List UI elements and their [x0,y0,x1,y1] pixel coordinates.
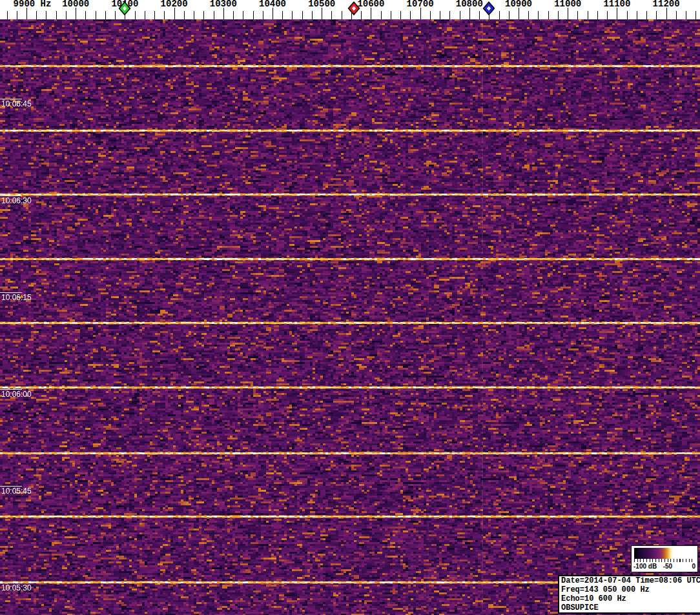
frequency-tick [85,11,86,19]
frequency-tick [96,11,96,19]
frequency-tick [519,8,519,19]
time-label: 10:05:30 [1,584,32,592]
frequency-tick [263,11,263,19]
frequency-tick [410,11,411,19]
frequency-tick-label: 10300 [210,0,237,8]
color-scale-labels: -100 dB -50 0 [633,562,696,570]
frequency-tick [115,11,116,19]
frequency-tick [440,11,440,19]
frequency-tick [361,11,362,19]
frequency-tick [292,11,293,19]
frequency-tick-label: 10800 [456,0,483,8]
spectrum-lab-waterfall-window: 9900 Hz100001010010200103001040010500106… [0,0,700,615]
frequency-tick [449,11,450,19]
blue-marker[interactable] [483,1,495,18]
frequency-tick [26,8,27,19]
frequency-tick [312,11,313,19]
frequency-tick [637,11,637,19]
frequency-tick [105,11,106,19]
frequency-tick [342,11,342,19]
frequency-tick [174,8,175,19]
info-echo: Echo=10 600 Hz [561,594,700,603]
frequency-tick [666,8,667,19]
frequency-tick [145,11,145,19]
frequency-ruler[interactable]: 9900 Hz100001010010200103001040010500106… [0,0,700,19]
color-scale-max-label: 0 [692,563,695,570]
time-label: 10:05:45 [1,487,32,496]
time-label: 10:06:15 [1,294,32,302]
frequency-tick [577,11,578,19]
frequency-tick [499,11,500,19]
frequency-tick [66,11,67,19]
frequency-tick [686,11,686,19]
time-label: 10:06:00 [1,390,32,399]
frequency-tick-label: 10900 [505,0,532,8]
frequency-tick [381,11,382,19]
frequency-tick [656,11,657,19]
frequency-tick [528,11,529,19]
frequency-tick-label: 11100 [603,0,630,8]
blue-marker-diamond-icon [483,1,495,15]
frequency-tick [460,11,460,19]
frequency-tick [46,11,46,19]
frequency-tick-label: 10700 [407,0,434,8]
frequency-tick [371,8,371,19]
frequency-tick [469,8,470,19]
frequency-tick-label: 11000 [554,0,581,8]
frequency-tick [17,11,17,19]
frequency-tick [56,11,57,19]
frequency-tick-label: 9900 Hz [14,0,52,8]
frequency-tick [322,8,322,19]
frequency-tick [607,11,608,19]
frequency-tick-label: 10200 [161,0,188,8]
green-marker[interactable] [119,1,131,18]
red-marker[interactable] [347,1,360,18]
frequency-tick [194,11,194,19]
frequency-tick [76,8,76,19]
frequency-tick [479,11,480,19]
frequency-tick [243,11,243,19]
frequency-tick [695,11,696,19]
frequency-tick [509,11,510,19]
frequency-tick [597,11,598,19]
frequency-tick [154,11,155,19]
color-scale-min-label: -100 dB [633,563,657,570]
frequency-tick [135,11,136,19]
frequency-tick [588,11,588,19]
frequency-tick [282,11,283,19]
frequency-tick [214,11,214,19]
info-date-time: Date=2014-07-04 Time=08:06 UTC [561,576,700,585]
color-scale-mid-label: -50 [663,563,672,570]
frequency-tick [627,11,628,19]
info-box: Date=2014-07-04 Time=08:06 UTC Freq=143 … [558,575,700,614]
frequency-tick [203,11,204,19]
frequency-tick [302,11,303,19]
info-frequency: Freq=143 050 000 Hz [561,585,700,594]
frequency-tick [331,11,332,19]
time-label: 10:06:30 [1,197,32,205]
frequency-tick [223,8,224,19]
frequency-tick-label: 11200 [653,0,680,8]
frequency-tick [558,11,559,19]
frequency-tick [253,11,254,19]
frequency-tick [430,11,431,19]
frequency-tick-label: 10500 [308,0,335,8]
frequency-tick-label: 10600 [357,0,384,8]
frequency-tick [184,11,185,19]
frequency-tick [391,11,391,19]
frequency-tick [233,11,234,19]
spectrogram-canvas[interactable] [0,19,700,615]
frequency-tick [164,11,165,19]
frequency-tick [617,8,617,19]
frequency-tick [36,11,37,19]
frequency-tick-label: 10400 [259,0,286,8]
frequency-tick [420,8,421,19]
info-observer: OBSUPICE [561,603,700,612]
frequency-tick [7,11,8,19]
time-label: 10:06:45 [1,100,32,108]
frequency-tick [568,8,568,19]
frequency-tick [646,11,647,19]
frequency-tick [273,8,273,19]
frequency-tick [676,11,677,19]
red-marker-diamond-icon [347,1,360,15]
